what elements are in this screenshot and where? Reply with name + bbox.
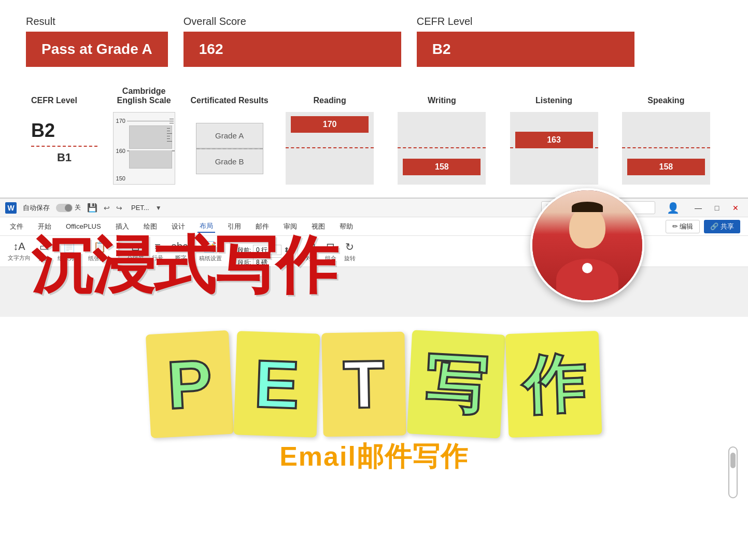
b2-label: B2 [31,120,97,142]
scale-visual: 170 160 [113,112,175,185]
close-button[interactable]: ✕ [728,201,743,215]
grade-b: Grade B [196,149,263,174]
result-label: Result [26,16,168,27]
bottom-section: P E T 写 作 Email邮件写作 [0,317,748,529]
user-icon[interactable]: 👤 [667,202,680,214]
listening-score-box: 163 [510,112,598,185]
col-certificated: Certificated Results [185,82,274,109]
word-logo-icon: W [5,202,17,214]
cefr-level-cell: B2 B1 [26,109,103,187]
listening-dashed [510,147,598,148]
scale-170: 170 [116,118,125,124]
cefr-label: CEFR Level [417,16,634,27]
tile-write: 写 [406,330,505,438]
char-e: E [253,350,300,419]
grade-a: Grade A [196,123,263,148]
tile-e: E [233,331,320,437]
col-cambridge: Cambridge English Scale [103,82,185,109]
reading-score-box: 170 [286,112,374,185]
bottom-subtitle: Email邮件写作 [0,439,748,475]
menu-right-buttons: ✏ 编辑 🔗 共享 [666,220,740,233]
cefr-block: CEFR Level B2 [417,16,634,67]
text-direction-label: 文字方向 [8,254,31,262]
subtitle-text: Email邮件写作 [279,441,469,471]
tile-zuo: 作 [505,331,602,438]
immersive-text: 沉浸式写作 [31,234,337,296]
webcam-body [556,259,618,300]
result-block: Result Pass at Grade A [26,16,168,67]
char-write: 写 [423,352,488,417]
score-block: Overall Score 162 [184,16,401,67]
speaking-cell: 158 [610,109,722,187]
certificate-section: Result Pass at Grade A Overall Score 162… [0,0,748,198]
tile-t: T [321,332,406,437]
autosave-label: 自动保存 [23,203,50,213]
webcam-overlay [530,188,644,302]
certificated-cell: Grade A Grade B [185,109,274,187]
listening-score: 163 [515,132,593,148]
result-value: Pass at Grade A [26,32,168,67]
autosave-toggle[interactable]: 关 [56,203,81,212]
col-speaking: Speaking [610,82,722,109]
writing-cell: 158 [386,109,498,187]
webcam-head [569,207,605,248]
scale-150: 150 [116,175,125,181]
reading-dashed [286,147,374,148]
speaking-dashed [622,147,710,148]
col-cefr: CEFR Level [26,82,103,109]
toolbar-rotate[interactable]: ↻ 旋转 [344,241,356,262]
writing-score: 158 [403,159,481,175]
b1-label: B1 [31,151,97,164]
speaking-score: 158 [627,159,705,175]
toolbar-text-direction[interactable]: ↕A 文字方向 [8,241,31,262]
minimize-button[interactable]: — [691,201,705,215]
cert-top-row: Result Pass at Grade A Overall Score 162… [26,16,722,67]
menu-help[interactable]: 帮助 [337,221,355,232]
score-value: 162 [184,32,401,67]
share-button[interactable]: 🔗 共享 [704,220,740,233]
listening-cell: 163 [498,109,610,187]
char-p: P [165,349,214,419]
reading-cell: 170 [274,109,386,187]
char-zuo: 作 [521,352,585,416]
cefr-value: B2 [417,32,634,67]
tile-p: P [145,330,233,438]
col-writing: Writing [386,82,498,109]
window-controls: — □ ✕ [691,201,743,215]
scale-cell: 170 160 [103,109,185,187]
menu-file[interactable]: 文件 [8,221,25,232]
char-t: T [343,350,385,418]
text-direction-icon: ↕A [13,241,25,253]
toggle-state: 关 [75,203,81,212]
col-listening: Listening [498,82,610,109]
rotate-icon: ↻ [345,241,354,253]
scale-160: 160 [116,148,125,154]
score-label: Overall Score [184,16,401,27]
webcam-person [532,190,642,300]
rotate-label: 旋转 [344,255,356,262]
score-table: CEFR Level Cambridge English Scale Certi… [26,82,722,187]
writing-score-box: 158 [398,112,486,185]
edit-button[interactable]: ✏ 编辑 [666,220,700,233]
filename: PET... [131,204,149,212]
word-ui-section: W 自动保存 关 💾 ↩ ↪ PET... ▼ 🔍 👤 — □ ✕ [0,198,748,317]
col-reading: Reading [274,82,386,109]
restore-button[interactable]: □ [710,201,724,215]
speaking-score-box: 158 [622,112,710,185]
pet-tiles: P E T 写 作 [0,317,748,436]
reading-score: 170 [291,116,369,133]
save-icon[interactable]: 💾 [87,203,97,213]
redo-icon[interactable]: ↪ [116,204,122,212]
undo-icon[interactable]: ↩ [104,204,110,212]
writing-dashed [398,147,486,148]
scrollbar[interactable] [728,446,738,498]
scroll-handle[interactable] [730,453,736,468]
dropdown-icon[interactable]: ▼ [156,204,162,212]
